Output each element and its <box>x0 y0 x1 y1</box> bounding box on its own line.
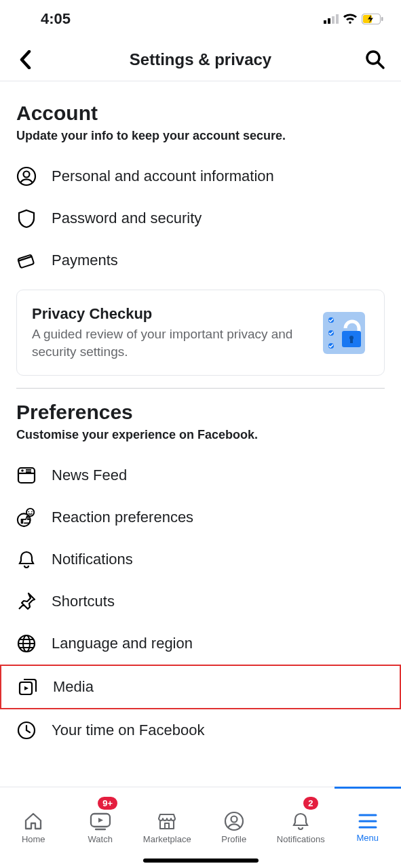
media-icon <box>18 677 38 697</box>
privacy-checkup-card[interactable]: Privacy Checkup A guided review of your … <box>16 290 385 376</box>
home-indicator[interactable] <box>143 859 259 863</box>
svg-rect-3 <box>336 14 339 24</box>
feed-icon <box>16 465 37 486</box>
pin-icon <box>16 591 37 612</box>
row-reaction-preferences[interactable]: Reaction preferences <box>16 496 385 538</box>
svg-point-26 <box>28 511 29 513</box>
card-icon <box>16 250 37 271</box>
nav-label: Profile <box>221 834 246 844</box>
nav-menu[interactable]: Menu <box>335 787 402 868</box>
row-news-feed[interactable]: News Feed <box>16 454 385 496</box>
svg-point-28 <box>18 514 31 527</box>
content: Account Update your info to keep your ac… <box>0 81 401 787</box>
notifications-badge: 2 <box>302 795 319 811</box>
row-personal-info[interactable]: Personal and account information <box>16 155 385 197</box>
bell-icon <box>16 549 37 570</box>
like-icon <box>16 507 37 528</box>
status-bar: 4:05 <box>0 0 401 38</box>
row-label: Password and security <box>52 210 202 227</box>
nav-label: Watch <box>88 834 113 844</box>
svg-point-22 <box>21 469 24 472</box>
svg-point-10 <box>24 172 30 178</box>
back-button[interactable] <box>14 47 38 72</box>
cellular-icon <box>324 14 339 24</box>
row-label: Language and region <box>52 635 193 652</box>
row-label: News Feed <box>52 467 127 484</box>
row-label: Shortcuts <box>52 593 115 610</box>
row-media[interactable]: Media <box>18 666 383 708</box>
preferences-section-subtitle: Customise your experience on Facebook. <box>16 428 385 442</box>
page-title: Settings & privacy <box>38 50 363 69</box>
row-language-region[interactable]: Language and region <box>16 623 385 665</box>
row-shortcuts[interactable]: Shortcuts <box>16 580 385 623</box>
row-notifications[interactable]: Notifications <box>16 538 385 580</box>
clock-icon <box>16 720 37 741</box>
svg-rect-2 <box>332 16 335 24</box>
nav-marketplace[interactable]: Marketplace <box>134 787 201 868</box>
battery-icon <box>362 14 383 24</box>
account-section-subtitle: Update your info to keep your account se… <box>16 129 385 143</box>
preferences-section-title: Preferences <box>16 401 385 424</box>
svg-rect-11 <box>18 255 34 269</box>
privacy-checkup-title: Privacy Checkup <box>32 305 307 323</box>
nav-profile[interactable]: Profile <box>201 787 268 868</box>
status-icons <box>324 14 383 24</box>
row-label: Media <box>53 678 94 696</box>
nav-label: Home <box>22 834 45 844</box>
row-label: Personal and account information <box>52 167 274 185</box>
watch-badge: 9+ <box>96 795 119 811</box>
svg-rect-1 <box>328 18 330 24</box>
section-divider <box>16 388 385 389</box>
bottom-nav: Home 9+ Watch Marketplace Profile 2 Noti… <box>0 787 401 868</box>
media-highlight-box: Media <box>0 665 401 709</box>
search-button[interactable] <box>363 47 387 72</box>
row-password-security[interactable]: Password and security <box>16 197 385 239</box>
svg-point-39 <box>231 816 237 823</box>
svg-rect-0 <box>324 20 326 24</box>
person-icon <box>16 166 37 186</box>
account-section-title: Account <box>16 102 385 125</box>
svg-line-8 <box>378 62 383 68</box>
nav-label: Marketplace <box>143 834 191 844</box>
nav-watch[interactable]: 9+ Watch <box>67 787 134 868</box>
nav-active-indicator <box>335 787 402 789</box>
row-label: Reaction preferences <box>52 509 193 526</box>
row-label: Your time on Facebook <box>52 722 204 739</box>
privacy-checkup-subtitle: A guided review of your important privac… <box>32 326 307 360</box>
header: Settings & privacy <box>0 38 401 81</box>
wifi-icon <box>343 14 358 24</box>
row-label: Payments <box>52 252 118 269</box>
status-time: 4:05 <box>41 10 71 28</box>
row-payments[interactable]: Payments <box>16 239 385 281</box>
row-label: Notifications <box>52 551 133 568</box>
globe-icon <box>16 633 37 654</box>
privacy-checkup-icon <box>319 308 369 358</box>
shield-icon <box>16 208 37 229</box>
svg-point-27 <box>31 511 33 513</box>
svg-rect-5 <box>381 17 383 21</box>
nav-home[interactable]: Home <box>0 787 67 868</box>
nav-label: Menu <box>356 833 379 843</box>
nav-label: Notifications <box>277 834 325 844</box>
nav-notifications[interactable]: 2 Notifications <box>267 787 335 868</box>
row-your-time[interactable]: Your time on Facebook <box>16 709 385 751</box>
svg-rect-19 <box>350 338 353 343</box>
